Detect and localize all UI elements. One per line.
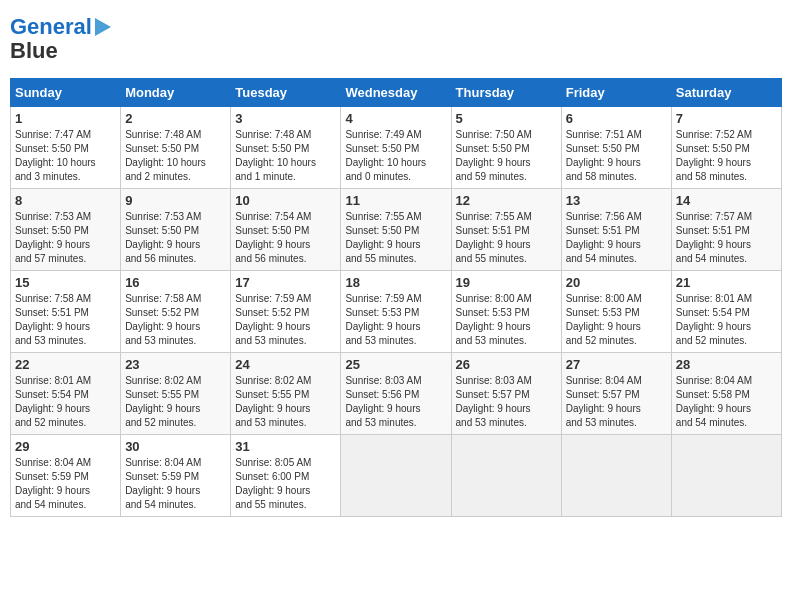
calendar-cell: 25Sunrise: 8:03 AMSunset: 5:56 PMDayligh…	[341, 353, 451, 435]
calendar-cell: 8Sunrise: 7:53 AMSunset: 5:50 PMDaylight…	[11, 189, 121, 271]
calendar-cell: 21Sunrise: 8:01 AMSunset: 5:54 PMDayligh…	[671, 271, 781, 353]
logo-blue-text: Blue	[10, 39, 58, 63]
day-info: Sunrise: 7:55 AMSunset: 5:51 PMDaylight:…	[456, 210, 557, 266]
day-info: Sunrise: 7:48 AMSunset: 5:50 PMDaylight:…	[235, 128, 336, 184]
day-number: 1	[15, 111, 116, 126]
day-number: 4	[345, 111, 446, 126]
calendar-row-2: 8Sunrise: 7:53 AMSunset: 5:50 PMDaylight…	[11, 189, 782, 271]
calendar-row-4: 22Sunrise: 8:01 AMSunset: 5:54 PMDayligh…	[11, 353, 782, 435]
day-number: 23	[125, 357, 226, 372]
day-info: Sunrise: 7:54 AMSunset: 5:50 PMDaylight:…	[235, 210, 336, 266]
day-number: 20	[566, 275, 667, 290]
logo-arrow-icon	[95, 18, 111, 36]
calendar-cell	[561, 435, 671, 517]
column-header-thursday: Thursday	[451, 79, 561, 107]
day-info: Sunrise: 8:05 AMSunset: 6:00 PMDaylight:…	[235, 456, 336, 512]
calendar-cell: 31Sunrise: 8:05 AMSunset: 6:00 PMDayligh…	[231, 435, 341, 517]
day-number: 30	[125, 439, 226, 454]
day-number: 27	[566, 357, 667, 372]
column-headers: SundayMondayTuesdayWednesdayThursdayFrid…	[11, 79, 782, 107]
day-number: 5	[456, 111, 557, 126]
calendar-row-1: 1Sunrise: 7:47 AMSunset: 5:50 PMDaylight…	[11, 107, 782, 189]
day-number: 15	[15, 275, 116, 290]
calendar-cell: 10Sunrise: 7:54 AMSunset: 5:50 PMDayligh…	[231, 189, 341, 271]
calendar-cell: 1Sunrise: 7:47 AMSunset: 5:50 PMDaylight…	[11, 107, 121, 189]
calendar-cell: 30Sunrise: 8:04 AMSunset: 5:59 PMDayligh…	[121, 435, 231, 517]
column-header-wednesday: Wednesday	[341, 79, 451, 107]
calendar-cell: 3Sunrise: 7:48 AMSunset: 5:50 PMDaylight…	[231, 107, 341, 189]
calendar-cell: 26Sunrise: 8:03 AMSunset: 5:57 PMDayligh…	[451, 353, 561, 435]
day-number: 26	[456, 357, 557, 372]
day-info: Sunrise: 8:02 AMSunset: 5:55 PMDaylight:…	[125, 374, 226, 430]
calendar-cell: 4Sunrise: 7:49 AMSunset: 5:50 PMDaylight…	[341, 107, 451, 189]
calendar-cell: 9Sunrise: 7:53 AMSunset: 5:50 PMDaylight…	[121, 189, 231, 271]
calendar-row-5: 29Sunrise: 8:04 AMSunset: 5:59 PMDayligh…	[11, 435, 782, 517]
day-number: 22	[15, 357, 116, 372]
calendar-row-3: 15Sunrise: 7:58 AMSunset: 5:51 PMDayligh…	[11, 271, 782, 353]
day-number: 2	[125, 111, 226, 126]
day-info: Sunrise: 7:47 AMSunset: 5:50 PMDaylight:…	[15, 128, 116, 184]
day-info: Sunrise: 7:56 AMSunset: 5:51 PMDaylight:…	[566, 210, 667, 266]
page-header: General Blue	[10, 10, 782, 68]
day-info: Sunrise: 8:04 AMSunset: 5:58 PMDaylight:…	[676, 374, 777, 430]
day-info: Sunrise: 7:58 AMSunset: 5:52 PMDaylight:…	[125, 292, 226, 348]
day-info: Sunrise: 7:52 AMSunset: 5:50 PMDaylight:…	[676, 128, 777, 184]
day-info: Sunrise: 7:57 AMSunset: 5:51 PMDaylight:…	[676, 210, 777, 266]
day-info: Sunrise: 8:00 AMSunset: 5:53 PMDaylight:…	[456, 292, 557, 348]
calendar-cell: 19Sunrise: 8:00 AMSunset: 5:53 PMDayligh…	[451, 271, 561, 353]
calendar-cell: 5Sunrise: 7:50 AMSunset: 5:50 PMDaylight…	[451, 107, 561, 189]
day-number: 17	[235, 275, 336, 290]
calendar-cell: 17Sunrise: 7:59 AMSunset: 5:52 PMDayligh…	[231, 271, 341, 353]
day-number: 11	[345, 193, 446, 208]
day-number: 18	[345, 275, 446, 290]
calendar-cell: 27Sunrise: 8:04 AMSunset: 5:57 PMDayligh…	[561, 353, 671, 435]
day-info: Sunrise: 7:59 AMSunset: 5:52 PMDaylight:…	[235, 292, 336, 348]
column-header-monday: Monday	[121, 79, 231, 107]
calendar-cell: 6Sunrise: 7:51 AMSunset: 5:50 PMDaylight…	[561, 107, 671, 189]
calendar-cell: 2Sunrise: 7:48 AMSunset: 5:50 PMDaylight…	[121, 107, 231, 189]
day-number: 6	[566, 111, 667, 126]
day-info: Sunrise: 8:01 AMSunset: 5:54 PMDaylight:…	[676, 292, 777, 348]
day-info: Sunrise: 8:04 AMSunset: 5:59 PMDaylight:…	[125, 456, 226, 512]
calendar-cell: 14Sunrise: 7:57 AMSunset: 5:51 PMDayligh…	[671, 189, 781, 271]
calendar-cell: 18Sunrise: 7:59 AMSunset: 5:53 PMDayligh…	[341, 271, 451, 353]
calendar-cell: 16Sunrise: 7:58 AMSunset: 5:52 PMDayligh…	[121, 271, 231, 353]
day-info: Sunrise: 7:53 AMSunset: 5:50 PMDaylight:…	[15, 210, 116, 266]
day-number: 7	[676, 111, 777, 126]
day-info: Sunrise: 8:01 AMSunset: 5:54 PMDaylight:…	[15, 374, 116, 430]
calendar-cell	[671, 435, 781, 517]
calendar-cell: 15Sunrise: 7:58 AMSunset: 5:51 PMDayligh…	[11, 271, 121, 353]
day-number: 24	[235, 357, 336, 372]
calendar-cell: 7Sunrise: 7:52 AMSunset: 5:50 PMDaylight…	[671, 107, 781, 189]
column-header-saturday: Saturday	[671, 79, 781, 107]
calendar-cell	[451, 435, 561, 517]
column-header-tuesday: Tuesday	[231, 79, 341, 107]
day-number: 3	[235, 111, 336, 126]
column-header-friday: Friday	[561, 79, 671, 107]
column-header-sunday: Sunday	[11, 79, 121, 107]
calendar-cell: 28Sunrise: 8:04 AMSunset: 5:58 PMDayligh…	[671, 353, 781, 435]
day-number: 10	[235, 193, 336, 208]
calendar-cell: 20Sunrise: 8:00 AMSunset: 5:53 PMDayligh…	[561, 271, 671, 353]
day-info: Sunrise: 7:49 AMSunset: 5:50 PMDaylight:…	[345, 128, 446, 184]
day-number: 12	[456, 193, 557, 208]
day-number: 31	[235, 439, 336, 454]
calendar-cell: 24Sunrise: 8:02 AMSunset: 5:55 PMDayligh…	[231, 353, 341, 435]
logo: General Blue	[10, 15, 111, 63]
calendar-table: SundayMondayTuesdayWednesdayThursdayFrid…	[10, 78, 782, 517]
day-info: Sunrise: 8:00 AMSunset: 5:53 PMDaylight:…	[566, 292, 667, 348]
day-number: 19	[456, 275, 557, 290]
calendar-cell: 12Sunrise: 7:55 AMSunset: 5:51 PMDayligh…	[451, 189, 561, 271]
calendar-cell: 29Sunrise: 8:04 AMSunset: 5:59 PMDayligh…	[11, 435, 121, 517]
day-info: Sunrise: 8:04 AMSunset: 5:59 PMDaylight:…	[15, 456, 116, 512]
day-info: Sunrise: 7:50 AMSunset: 5:50 PMDaylight:…	[456, 128, 557, 184]
day-info: Sunrise: 7:58 AMSunset: 5:51 PMDaylight:…	[15, 292, 116, 348]
day-number: 9	[125, 193, 226, 208]
day-info: Sunrise: 8:02 AMSunset: 5:55 PMDaylight:…	[235, 374, 336, 430]
day-number: 21	[676, 275, 777, 290]
day-info: Sunrise: 7:53 AMSunset: 5:50 PMDaylight:…	[125, 210, 226, 266]
day-number: 14	[676, 193, 777, 208]
day-number: 8	[15, 193, 116, 208]
calendar-cell	[341, 435, 451, 517]
day-info: Sunrise: 7:55 AMSunset: 5:50 PMDaylight:…	[345, 210, 446, 266]
